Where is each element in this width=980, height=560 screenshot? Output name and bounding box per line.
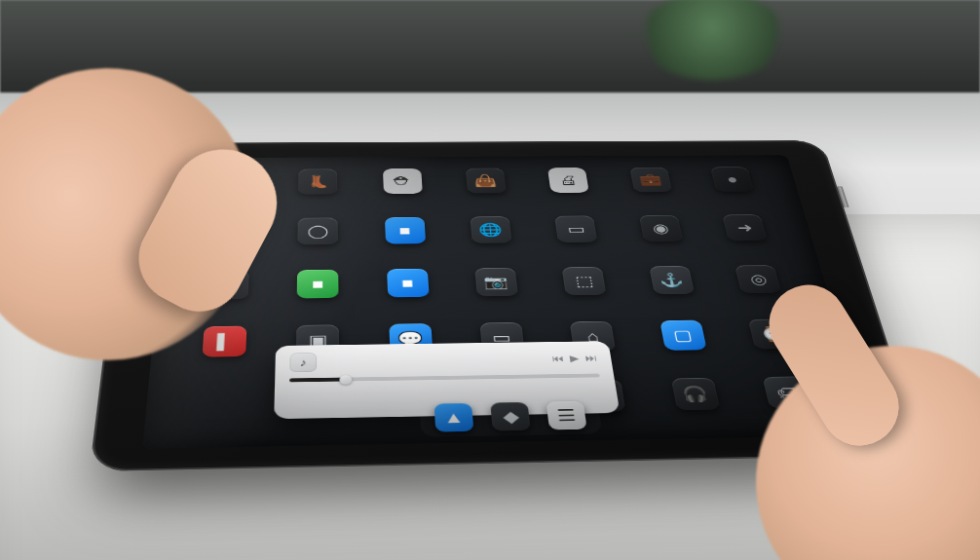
chat-blue-app[interactable]: 💬 [370,323,453,374]
printer-icon[interactable]: 🖨 [547,168,589,193]
pill-blue-icon[interactable]: ■ [385,217,426,244]
frame-app[interactable]: ▭ [461,322,546,373]
dial-icon[interactable]: ◉ [639,215,683,242]
boot-icon[interactable]: 👢 [298,168,337,194]
case-icon[interactable]: 💼 [629,168,672,193]
scene-photo: 🖱👢⛑👜🖨💼●✎◯■🌐▭◉➜▢■■📷⬚⚓◎▌▣💬▭⌂▢⌚▤🎧🏷 ♪ ⏮ ▶ ⏭ [0,0,980,560]
drive-app[interactable]: ▭ [538,215,619,259]
arrow-app[interactable]: ➜ [705,214,789,258]
bag-app[interactable]: 👜 [448,168,525,208]
badge-red-icon[interactable]: ▌ [202,326,246,357]
ring-app[interactable]: ◯ [280,217,357,262]
pill-green-icon[interactable]: ■ [297,270,339,299]
dock-app1-icon[interactable]: ▲ [434,403,474,432]
drive-icon[interactable]: ▭ [554,215,597,242]
camera-icon[interactable]: 📷 [474,268,518,297]
dock-app3-icon[interactable]: ☰ [546,401,586,430]
box-app[interactable]: ⬚ [545,267,628,314]
now-playing-popup[interactable]: ♪ ⏮ ▶ ⏭ [274,341,620,419]
box-icon[interactable]: ⬚ [562,267,607,295]
case-app[interactable]: 💼 [613,168,693,208]
helmet-app[interactable]: ⛑ [365,168,440,210]
popup-prev-icon[interactable]: ⏮ [551,354,565,364]
spacer4 [466,381,553,435]
pill-blue2-app[interactable]: ■ [368,269,448,317]
label-tile-icon[interactable]: ▤ [579,379,626,412]
viewer-icon[interactable]: ⌂ [570,321,616,352]
dot-icon[interactable]: ● [710,167,754,192]
chat-blue-icon[interactable]: 💬 [389,323,433,355]
popup-controls[interactable]: ⏮ ▶ ⏭ [551,353,598,363]
lens-icon[interactable]: ◎ [735,265,781,293]
dock-app2-icon[interactable]: ◆ [490,402,531,431]
printer-app[interactable]: 🖨 [531,168,609,208]
dock: ▲◆☰ [419,396,602,437]
label-tile-app[interactable]: ▤ [559,379,649,432]
hook-icon[interactable]: ⚓ [649,266,695,294]
arrow-icon[interactable]: ➜ [722,214,767,241]
spacer2 [275,384,360,438]
tile-app[interactable]: ▣ [277,324,359,375]
spacer3 [371,382,457,436]
popup-next-icon[interactable]: ⏭ [584,353,598,363]
ring-icon[interactable]: ◯ [298,217,338,244]
viewer-app[interactable]: ⌂ [551,321,638,372]
pill-green-app[interactable]: ■ [278,269,358,317]
camera-app[interactable]: 📷 [457,268,539,315]
rounded-blue-app[interactable]: ▢ [641,319,730,369]
dot-app[interactable]: ● [694,167,774,207]
power-button[interactable] [837,186,849,207]
headphones-icon[interactable]: 🎧 [671,378,720,410]
pill-blue2-icon[interactable]: ■ [387,269,430,298]
pill-blue-app[interactable]: ■ [366,217,444,262]
globe-icon[interactable]: 🌐 [470,216,511,243]
popup-app-icon: ♪ [289,353,317,372]
globe-app[interactable]: 🌐 [452,216,531,260]
popup-play-icon[interactable]: ▶ [569,354,580,364]
dial-app[interactable]: ◉ [622,215,704,259]
badge-red-app[interactable]: ▌ [181,325,266,377]
frame-icon[interactable]: ▭ [479,322,524,354]
tile-icon[interactable]: ▣ [296,324,339,355]
hook-app[interactable]: ⚓ [631,266,717,313]
helmet-icon[interactable]: ⛑ [383,168,423,194]
headphones-app[interactable]: 🎧 [652,378,743,431]
spacer1 [176,385,264,440]
progress-slider[interactable] [289,374,600,383]
boot-app[interactable]: 👢 [281,168,356,210]
bag-icon[interactable]: 👜 [466,168,507,194]
rounded-blue-icon[interactable]: ▢ [660,320,707,351]
